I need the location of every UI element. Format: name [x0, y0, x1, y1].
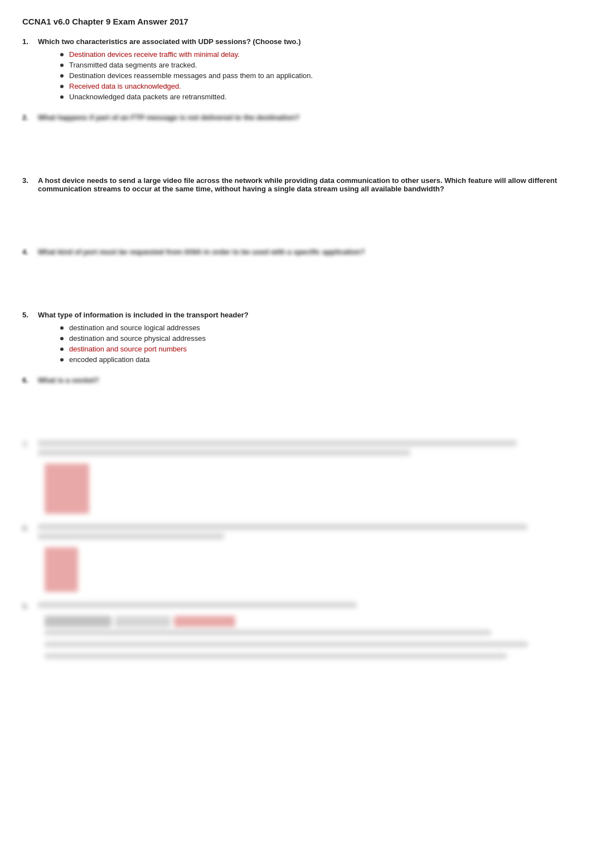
q5-text: What type of information is included in … — [38, 311, 249, 319]
blurred-q7-num: 7. — [22, 440, 38, 449]
question-3: 3. A host device needs to send a large v… — [22, 176, 570, 238]
bullet-icon — [60, 358, 64, 361]
blurred-line — [45, 653, 507, 659]
answer-text: Received data is unacknowledged. — [69, 82, 181, 90]
blurred-q8-block: 8. — [22, 524, 570, 592]
list-item: destination and source physical addresse… — [60, 334, 570, 343]
list-item: destination and source port numbers — [60, 345, 570, 353]
list-item: Destination devices reassemble messages … — [60, 71, 570, 80]
q1-text: Which two characteristics are associated… — [38, 37, 301, 46]
q3-number: 3. — [22, 176, 38, 185]
list-item: Unacknowledged data packets are retransm… — [60, 93, 570, 101]
blurred-q9-block: 9. — [22, 602, 570, 659]
question-4: 4. What kind of port must be requested f… — [22, 248, 570, 301]
q1-answers: Destination devices receive traffic with… — [60, 50, 570, 101]
q2-text: What happens if part of an FTP message i… — [38, 113, 299, 122]
q2-number: 2. — [22, 113, 38, 122]
q6-text: What is a socket? — [38, 376, 99, 384]
bullet-icon — [60, 326, 64, 330]
answer-text: Destination devices reassemble messages … — [69, 71, 313, 80]
blurred-q9-num: 9. — [22, 602, 38, 610]
list-item: destination and source logical addresses — [60, 324, 570, 332]
page-title: CCNA1 v6.0 Chapter 9 Exam Answer 2017 — [22, 17, 570, 26]
blurred-line — [38, 602, 357, 608]
blurred-line — [38, 450, 410, 456]
blurred-line — [38, 533, 224, 539]
blurred-table-cell — [45, 616, 111, 627]
answer-text: destination and source physical addresse… — [69, 334, 206, 343]
answer-text: encoded application data — [69, 355, 150, 364]
blurred-line — [45, 630, 491, 635]
answer-text: Transmitted data segments are tracked. — [69, 61, 197, 69]
list-item: Transmitted data segments are tracked. — [60, 61, 570, 69]
blurred-line — [45, 642, 528, 647]
blurred-table-cell — [174, 616, 235, 627]
answer-text: Destination devices receive traffic with… — [69, 50, 240, 59]
q6-number: 6. — [22, 376, 38, 384]
list-item: Destination devices receive traffic with… — [60, 50, 570, 59]
bullet-icon — [60, 85, 64, 88]
question-5: 5. What type of information is included … — [22, 311, 570, 366]
blurred-table-container — [45, 616, 570, 659]
blurred-table-cell — [115, 616, 171, 627]
bullet-icon — [60, 74, 64, 78]
question-2: 2. What happens if part of an FTP messag… — [22, 113, 570, 166]
answer-text: Unacknowledged data packets are retransm… — [69, 93, 227, 101]
q1-number: 1. — [22, 37, 38, 46]
answer-text: destination and source port numbers — [69, 345, 187, 353]
q5-answers: destination and source logical addresses… — [60, 324, 570, 364]
blurred-q8-num: 8. — [22, 524, 38, 532]
blurred-section: 7. 8. 9. — [22, 440, 570, 659]
blurred-image — [45, 547, 78, 592]
answer-text: destination and source logical addresses — [69, 324, 200, 332]
list-item: Received data is unacknowledged. — [60, 82, 570, 90]
blurred-image — [45, 464, 89, 514]
q4-number: 4. — [22, 248, 38, 256]
q4-text: What kind of port must be requested from… — [38, 248, 365, 256]
question-1: 1. Which two characteristics are associa… — [22, 37, 570, 103]
blurred-line — [38, 440, 517, 446]
bullet-icon — [60, 348, 64, 351]
question-6: 6. What is a socket? — [22, 376, 570, 429]
q5-number: 5. — [22, 311, 38, 319]
bullet-icon — [60, 95, 64, 99]
bullet-icon — [60, 53, 64, 56]
q3-text: A host device needs to send a large vide… — [38, 176, 557, 193]
bullet-icon — [60, 64, 64, 67]
bullet-icon — [60, 337, 64, 340]
list-item: encoded application data — [60, 355, 570, 364]
questions-list: 1. Which two characteristics are associa… — [22, 37, 570, 429]
blurred-q7-block: 7. — [22, 440, 570, 514]
blurred-line — [38, 524, 527, 530]
